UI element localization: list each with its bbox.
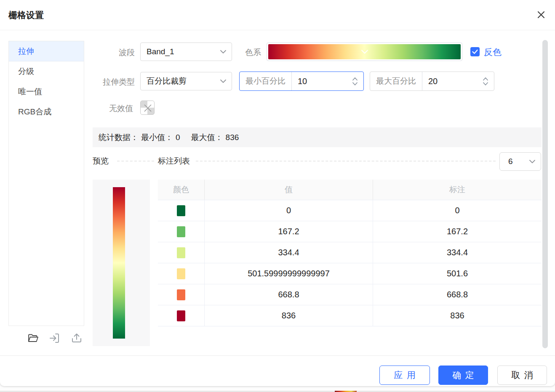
column-header-label: 标注 (373, 180, 542, 200)
table-row[interactable]: 00 (158, 200, 542, 221)
stretch-type-select-value: 百分比裁剪 (141, 76, 220, 87)
spinner-up-icon (352, 77, 358, 81)
max-percent-value[interactable]: 20 (422, 77, 480, 86)
stats-max-value: 836 (226, 133, 239, 142)
table-row[interactable]: 167.2167.2 (158, 221, 542, 242)
sidebar-item-unique-value[interactable]: 唯一值 (9, 82, 84, 102)
nodata-color-chip[interactable] (140, 101, 155, 115)
color-swatch[interactable] (177, 205, 185, 216)
label-table-body: 00167.2167.2334.4334.4501.59999999999997… (158, 200, 542, 326)
export-scheme-button[interactable] (70, 332, 83, 344)
chevron-down-icon (361, 49, 368, 54)
color-cell (158, 263, 204, 284)
sidebar-item-rgb-composite[interactable]: RGB合成 (9, 102, 84, 122)
color-cell (158, 200, 204, 221)
column-header-color: 颜色 (158, 180, 204, 200)
color-swatch[interactable] (177, 247, 185, 258)
sidebar-item-stretch[interactable]: 拉伸 (9, 41, 84, 61)
color-cell (158, 242, 204, 263)
color-swatch[interactable] (177, 310, 185, 321)
value-cell[interactable]: 0 (204, 200, 373, 221)
value-cell[interactable]: 167.2 (204, 221, 373, 242)
color-swatch[interactable] (177, 268, 185, 279)
column-header-value: 值 (204, 180, 373, 200)
close-button[interactable] (535, 8, 547, 21)
min-percent-spinner[interactable] (349, 77, 363, 86)
preview-section-label: 预览 (93, 156, 109, 167)
stats-min-value: 0 (176, 133, 180, 142)
label-cell[interactable]: 501.6 (373, 263, 542, 284)
invert-checkbox-label[interactable]: 反色 (484, 46, 502, 58)
band-select-value: Band_1 (141, 47, 220, 56)
label-cell[interactable]: 836 (373, 305, 542, 326)
band-select[interactable]: Band_1 (140, 42, 232, 61)
table-row[interactable]: 668.8668.8 (158, 284, 542, 305)
table-row[interactable]: 501.59999999999997501.6 (158, 263, 542, 284)
color-swatch[interactable] (177, 289, 185, 300)
label-cell[interactable]: 668.8 (373, 284, 542, 305)
spinner-down-icon (483, 82, 488, 86)
preview-panel (93, 180, 150, 346)
label-list-section-label: 标注列表 (158, 156, 190, 167)
label-count-select[interactable]: 6 (499, 152, 541, 171)
vertical-scrollbar[interactable] (542, 40, 548, 348)
nodata-label: 无效值 (91, 103, 133, 114)
statistics-bar: 统计数据： 最小值： 0 最大值： 836 (93, 127, 542, 147)
min-percent-field[interactable]: 最小百分比 10 (239, 72, 364, 91)
invert-checkbox[interactable] (470, 47, 480, 56)
export-icon (71, 332, 83, 344)
label-table: 颜色 值 标注 00167.2167.2334.4334.4501.599999… (158, 180, 542, 347)
chevron-down-icon (220, 49, 227, 54)
label-cell[interactable]: 167.2 (373, 221, 542, 242)
ok-button[interactable]: 确定 (438, 366, 488, 385)
value-cell[interactable]: 334.4 (204, 242, 373, 263)
table-row[interactable]: 334.4334.4 (158, 242, 542, 263)
label-count-value: 6 (500, 157, 529, 166)
label-cell[interactable]: 334.4 (373, 242, 542, 263)
colormap-label: 色系 (227, 47, 261, 58)
footer-divider (0, 355, 555, 356)
min-percent-label: 最小百分比 (240, 76, 291, 87)
label-cell[interactable]: 0 (373, 200, 542, 221)
color-cell (158, 305, 204, 326)
label-table-header: 颜色 值 标注 (158, 180, 542, 200)
colormap-gradient (268, 44, 461, 59)
color-cell (158, 284, 204, 305)
nodata-transparent-icon (141, 101, 155, 115)
stretch-type-select[interactable]: 百分比裁剪 (140, 72, 232, 90)
chevron-down-icon (220, 79, 227, 84)
close-icon (536, 10, 546, 19)
stats-title: 统计数据： (99, 132, 139, 143)
color-swatch[interactable] (177, 226, 185, 237)
import-scheme-button[interactable] (48, 332, 61, 344)
apply-button[interactable]: 应用 (379, 366, 430, 385)
sidebar-item-classify[interactable]: 分级 (9, 61, 84, 82)
dialog-title: 栅格设置 (8, 9, 44, 21)
import-icon (49, 332, 61, 344)
value-cell[interactable]: 668.8 (204, 284, 373, 305)
spinner-up-icon (483, 77, 488, 81)
colormap-select[interactable] (267, 42, 462, 61)
dashed-divider (196, 161, 496, 162)
stats-max-label: 最大值： (191, 132, 223, 143)
color-cell (158, 221, 204, 242)
stats-min-label: 最小值： (141, 132, 173, 143)
open-file-icon (27, 332, 39, 344)
scheme-io-toolbar (27, 332, 83, 344)
open-file-button[interactable] (27, 332, 39, 344)
raster-settings-dialog-screen: 栅格设置 拉伸分级唯一值RGB合成 (0, 0, 555, 392)
value-cell[interactable]: 501.59999999999997 (204, 263, 373, 284)
max-percent-spinner[interactable] (480, 77, 494, 86)
value-cell[interactable]: 836 (204, 305, 373, 326)
table-row[interactable]: 836836 (158, 305, 542, 326)
min-percent-value[interactable]: 10 (292, 77, 349, 86)
band-label: 波段 (101, 47, 135, 58)
cancel-button[interactable]: 取消 (497, 366, 547, 385)
mode-sidebar: 拉伸分级唯一值RGB合成 (8, 41, 84, 326)
max-percent-field[interactable]: 最大百分比 20 (370, 72, 494, 91)
stretch-type-label: 拉伸类型 (86, 77, 135, 87)
header-divider (0, 30, 555, 30)
check-icon (472, 49, 478, 54)
raster-settings-dialog: 栅格设置 拉伸分级唯一值RGB合成 (0, 0, 555, 386)
chevron-down-icon (529, 159, 536, 164)
